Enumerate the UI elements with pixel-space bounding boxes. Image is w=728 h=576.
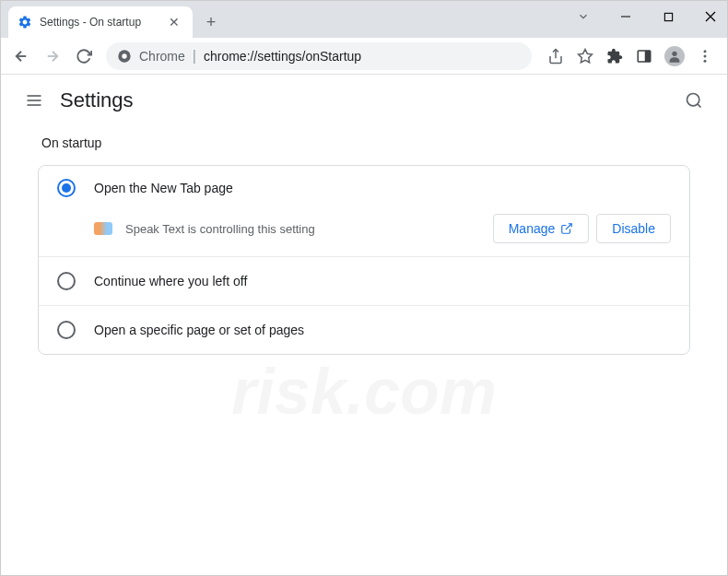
radio-unchecked-icon[interactable] — [57, 272, 76, 290]
tab-title: Settings - On startup — [40, 16, 167, 29]
svg-rect-1 — [664, 13, 672, 20]
settings-header: Settings — [1, 75, 727, 126]
option-new-tab[interactable]: Open the New Tab page Speak Text is cont… — [39, 166, 689, 256]
svg-point-13 — [704, 50, 707, 53]
page-title: Settings — [60, 88, 134, 112]
browser-toolbar: Chrome | chrome://settings/onStartup — [1, 38, 727, 75]
svg-rect-11 — [645, 51, 651, 62]
svg-point-14 — [704, 54, 707, 57]
chevron-down-icon[interactable] — [570, 10, 596, 23]
radio-checked-icon[interactable] — [57, 179, 76, 197]
svg-point-12 — [672, 51, 676, 55]
option-label: Continue where you left off — [94, 274, 247, 288]
kebab-menu-icon[interactable] — [696, 47, 714, 65]
extension-control-row: Speak Text is controlling this setting M… — [94, 214, 671, 243]
address-prefix: Chrome — [139, 49, 185, 64]
reload-button[interactable] — [71, 43, 97, 69]
browser-tab[interactable]: Settings - On startup ✕ — [8, 6, 193, 38]
search-icon[interactable] — [675, 82, 712, 119]
maximize-icon[interactable] — [655, 12, 681, 22]
close-tab-icon[interactable]: ✕ — [167, 15, 182, 29]
section-title: On startup — [41, 135, 690, 150]
svg-point-19 — [687, 94, 699, 106]
svg-marker-9 — [579, 49, 593, 62]
back-button[interactable] — [8, 43, 34, 69]
option-continue[interactable]: Continue where you left off — [39, 257, 689, 305]
window-controls — [570, 1, 727, 38]
new-tab-button[interactable]: + — [198, 9, 224, 35]
settings-gear-icon — [18, 15, 32, 29]
extension-icon — [94, 222, 112, 235]
watermark-sub: risk.com — [231, 355, 497, 429]
radio-unchecked-icon[interactable] — [57, 321, 76, 339]
svg-line-20 — [698, 104, 701, 108]
svg-line-21 — [566, 224, 571, 229]
svg-point-15 — [704, 59, 707, 62]
settings-content: On startup Open the New Tab page Speak T… — [1, 135, 727, 355]
extensions-puzzle-icon[interactable] — [605, 47, 624, 65]
address-url: chrome://settings/onStartup — [204, 49, 361, 64]
startup-options-card: Open the New Tab page Speak Text is cont… — [38, 165, 690, 355]
extension-message: Speak Text is controlling this setting — [125, 222, 486, 236]
hamburger-menu-icon[interactable] — [16, 82, 53, 119]
manage-button[interactable]: Manage — [493, 214, 590, 243]
option-label: Open a specific page or set of pages — [94, 323, 304, 337]
svg-point-7 — [122, 53, 126, 58]
profile-avatar[interactable] — [664, 46, 685, 66]
address-divider: | — [193, 48, 196, 65]
share-icon[interactable] — [546, 47, 565, 65]
external-link-icon — [560, 222, 573, 235]
close-window-icon[interactable] — [698, 11, 723, 22]
address-bar[interactable]: Chrome | chrome://settings/onStartup — [106, 42, 532, 70]
chrome-icon — [117, 49, 132, 64]
disable-button[interactable]: Disable — [596, 214, 671, 243]
option-specific-pages[interactable]: Open a specific page or set of pages — [39, 306, 689, 354]
bookmark-star-icon[interactable] — [576, 47, 594, 65]
forward-button[interactable] — [40, 43, 65, 69]
manage-label: Manage — [509, 221, 556, 236]
option-label: Open the New Tab page — [94, 181, 233, 195]
sidepanel-icon[interactable] — [635, 47, 653, 65]
window-titlebar: Settings - On startup ✕ + — [1, 1, 727, 38]
minimize-icon[interactable] — [613, 11, 639, 22]
